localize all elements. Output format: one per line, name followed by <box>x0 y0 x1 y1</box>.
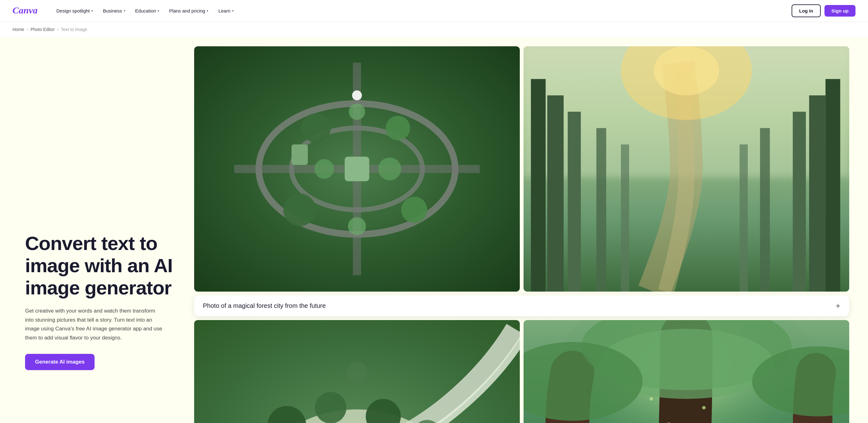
svg-rect-28 <box>760 128 770 292</box>
svg-point-16 <box>352 90 362 100</box>
login-button[interactable]: Log in <box>792 4 821 17</box>
svg-point-51 <box>649 397 653 400</box>
svg-rect-15 <box>291 144 308 165</box>
svg-rect-29 <box>621 144 629 292</box>
nav-auth: Log in Sign up <box>792 4 856 17</box>
breadcrumb-photo-editor[interactable]: Photo Editor <box>30 27 55 32</box>
svg-rect-19 <box>547 95 564 292</box>
svg-rect-20 <box>531 79 546 292</box>
signup-button[interactable]: Sign up <box>825 5 856 17</box>
prompt-bar[interactable]: Photo of a magical forest city from the … <box>194 295 849 316</box>
prompt-text: Photo of a magical forest city from the … <box>203 302 326 310</box>
svg-point-6 <box>301 113 331 143</box>
nav-plans-pricing[interactable]: Plans and pricing ▾ <box>165 6 213 16</box>
svg-text:Canva: Canva <box>12 5 38 15</box>
svg-rect-24 <box>793 112 806 292</box>
breadcrumb-separator-2: › <box>57 27 58 32</box>
breadcrumb-separator-1: › <box>27 27 28 32</box>
image-card-aerial-forest-city <box>194 46 520 292</box>
chevron-down-icon: ▾ <box>157 9 159 12</box>
svg-rect-23 <box>826 79 840 292</box>
svg-rect-30 <box>740 144 748 292</box>
chevron-down-icon: ▾ <box>232 9 234 12</box>
prompt-bar-container: Photo of a magical forest city from the … <box>194 295 849 316</box>
svg-point-50 <box>702 406 706 409</box>
nav-links: Design spotlight ▾ Business ▾ Education … <box>52 6 792 16</box>
hero-image-grid: Photo of a magical forest city from the … <box>194 37 856 423</box>
svg-point-10 <box>314 159 334 179</box>
navbar: Canva Design spotlight ▾ Business ▾ Educ… <box>0 0 868 22</box>
svg-rect-21 <box>568 112 581 292</box>
image-card-giant-trees <box>524 320 849 423</box>
svg-point-11 <box>378 157 401 180</box>
svg-point-34 <box>315 392 347 423</box>
image-card-aerial-roads <box>194 320 520 423</box>
hero-description: Get creative with your words and watch t… <box>25 306 163 343</box>
breadcrumb: Home › Photo Editor › Text to Image <box>0 22 868 37</box>
chevron-down-icon: ▾ <box>91 9 93 12</box>
nav-business[interactable]: Business ▾ <box>99 6 130 16</box>
chevron-down-icon: ▾ <box>207 9 208 12</box>
hero-title: Convert text to image with an AI image g… <box>25 232 175 299</box>
image-card-misty-forest <box>524 46 849 292</box>
breadcrumb-home[interactable]: Home <box>12 27 24 32</box>
hero-section: Convert text to image with an AI image g… <box>0 37 868 423</box>
nav-education[interactable]: Education ▾ <box>131 6 164 16</box>
nav-design-spotlight[interactable]: Design spotlight ▾ <box>52 6 97 16</box>
canva-logo[interactable]: Canva <box>12 5 41 17</box>
breadcrumb-text-to-image: Text to Image <box>61 27 87 32</box>
prompt-add-icon[interactable]: + <box>836 301 840 311</box>
svg-point-9 <box>401 197 427 223</box>
svg-rect-27 <box>596 128 606 292</box>
svg-rect-22 <box>809 95 826 292</box>
svg-point-13 <box>348 217 366 235</box>
svg-point-7 <box>385 116 410 140</box>
generate-ai-images-button[interactable]: Generate AI images <box>25 354 95 370</box>
chevron-down-icon: ▾ <box>124 9 125 12</box>
svg-point-26 <box>653 46 719 95</box>
svg-point-39 <box>346 362 367 383</box>
svg-rect-14 <box>345 157 369 181</box>
hero-content: Convert text to image with an AI image g… <box>25 232 175 370</box>
svg-point-8 <box>283 193 316 226</box>
svg-point-12 <box>349 103 365 120</box>
nav-learn[interactable]: Learn ▾ <box>214 6 238 16</box>
